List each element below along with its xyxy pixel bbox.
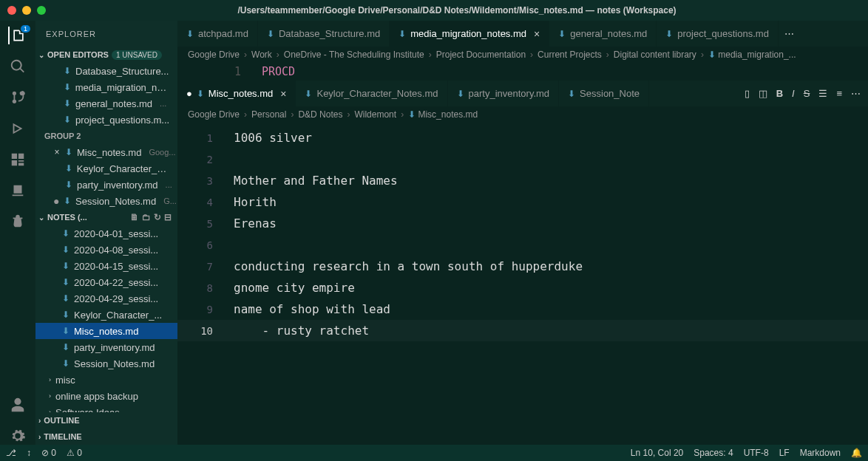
breadcrumb-bottom[interactable]: Google Drive›Personal›D&D Notes›Wildemon… [177, 106, 868, 123]
preview-icon[interactable]: ▯ [745, 88, 750, 99]
errors-count[interactable]: ⊘ 0 [41, 448, 56, 458]
list-icon[interactable]: ☰ [818, 88, 827, 99]
editor-tab[interactable]: ●⬇Misc_notes.md× [177, 81, 296, 106]
editor-tab[interactable]: ⬇general_notes.md [549, 21, 657, 47]
chevron-down-icon: ⌄ [38, 51, 44, 59]
open-editor-item[interactable]: ⬇project_questions.m... [35, 112, 177, 128]
more-icon[interactable]: ⋯ [851, 88, 861, 99]
code-line[interactable]: 9name of shop with lead [177, 298, 868, 320]
italic-icon[interactable]: I [792, 88, 795, 99]
file-tree-item[interactable]: ⬇2020-04-01_sessi... [35, 225, 177, 242]
refresh-icon[interactable]: ↻ [154, 212, 161, 222]
warnings-count[interactable]: ⚠ 0 [67, 448, 82, 458]
breadcrumb-item[interactable]: Google Drive [188, 49, 240, 60]
strike-icon[interactable]: S [804, 88, 810, 99]
new-folder-icon[interactable]: 🗀 [142, 212, 151, 222]
breadcrumb-item[interactable]: ⬇ Misc_notes.md [408, 109, 478, 120]
outline-header[interactable]: › OUTLINE [35, 412, 177, 428]
breadcrumb-item[interactable]: Project Documentation [436, 49, 526, 60]
editor-tab[interactable]: ⬇Database_Structure.md [258, 21, 390, 47]
breadcrumb-item[interactable]: ⬇ media_migration_... [708, 49, 796, 60]
open-editor-item[interactable]: ⬇media_migration_not... [35, 79, 177, 95]
editor-tab[interactable]: ⬇Session_Note [559, 81, 649, 106]
code-line[interactable]: 6 [177, 234, 868, 256]
chevron-down-icon: ⌄ [38, 214, 44, 222]
folder-tree-item[interactable]: ›misc [35, 372, 177, 388]
code-line[interactable]: 8gnome city empire [177, 277, 868, 298]
code-line[interactable]: 11006 silver [177, 127, 868, 148]
file-tree-item[interactable]: ⬇2020-04-22_sessi... [35, 274, 177, 290]
run-icon[interactable] [9, 120, 27, 137]
minimize-icon[interactable] [22, 6, 31, 15]
branch-icon[interactable]: ⎇ [6, 448, 16, 458]
file-tree-item[interactable]: ⬇Misc_notes.md [35, 323, 177, 339]
editor-tab[interactable]: ⬇Keylor_Character_Notes.md [296, 81, 447, 106]
section-actions: 🗎 🗀 ↻ ⊟ [130, 212, 172, 222]
timeline-header[interactable]: › TIMELINE [35, 428, 177, 445]
remote-icon[interactable] [9, 182, 27, 199]
open-editor-item[interactable]: ⬇Database_Structure... [35, 63, 177, 79]
accounts-icon[interactable] [9, 396, 27, 414]
file-tree-item[interactable]: ⬇Keylor_Character_... [35, 307, 177, 323]
extensions-icon[interactable] [9, 151, 27, 168]
editor-tab[interactable]: ⬇project_questions.md [657, 21, 779, 47]
breadcrumb-item[interactable]: D&D Notes [298, 109, 342, 120]
bold-icon[interactable]: B [776, 88, 783, 99]
numbered-list-icon[interactable]: ≡ [836, 88, 842, 99]
file-tree-item[interactable]: ⬇2020-04-08_sessi... [35, 242, 177, 258]
folder-tree-item[interactable]: ›online apps backup [35, 388, 177, 404]
timeline-label: TIMELINE [44, 432, 81, 441]
breadcrumb-item[interactable]: Work [251, 49, 272, 60]
indent-spaces[interactable]: Spaces: 4 [694, 448, 733, 458]
activity-bar [0, 21, 35, 445]
editor-tab[interactable]: ⬇media_migration_notes.md× [390, 21, 549, 47]
source-control-icon[interactable] [9, 89, 27, 106]
tabs-overflow-icon[interactable]: ⋯ [779, 21, 800, 47]
language-mode[interactable]: Markdown [800, 448, 841, 458]
search-icon[interactable] [9, 58, 27, 75]
open-editor-item[interactable]: ●⬇Session_Notes.mdG... [35, 193, 177, 209]
split-icon[interactable]: ◫ [759, 88, 767, 99]
code-line[interactable]: 5Erenas [177, 213, 868, 234]
maximize-icon[interactable] [37, 6, 46, 15]
open-editor-item[interactable]: ⬇party_inventory.md... [35, 177, 177, 193]
breadcrumb-item[interactable]: Personal [251, 109, 286, 120]
file-tree-item[interactable]: ⬇2020-04-29_sessi... [35, 290, 177, 307]
editor-tab[interactable]: ⬇atchpad.md [177, 21, 258, 47]
notes-section-header[interactable]: ⌄ NOTES (... 🗎 🗀 ↻ ⊟ [35, 209, 177, 225]
editor-content[interactable]: 11006 silver23Mother and Father Names4Ho… [177, 123, 868, 445]
breadcrumb-top[interactable]: Google Drive›Work›OneDrive - The Schedul… [177, 47, 868, 63]
encoding[interactable]: UTF-8 [744, 448, 769, 458]
code-line[interactable]: 4Horith [177, 191, 868, 213]
file-tree-item[interactable]: ⬇party_inventory.md [35, 339, 177, 355]
bell-icon[interactable]: 🔔 [851, 448, 862, 458]
explorer-icon[interactable] [8, 27, 26, 44]
file-tree-item[interactable]: ⬇Session_Notes.md [35, 355, 177, 372]
open-editors-header[interactable]: ⌄ OPEN EDITORS 1 UNSAVED [35, 47, 177, 63]
settings-icon[interactable] [9, 427, 27, 445]
new-file-icon[interactable]: 🗎 [130, 212, 139, 222]
breadcrumb-item[interactable]: Current Projects [538, 49, 602, 60]
collapse-icon[interactable]: ⊟ [164, 212, 172, 222]
code-line[interactable]: 3Mother and Father Names [177, 170, 868, 191]
open-editor-item[interactable]: ⬇general_notes.md... [35, 95, 177, 112]
breadcrumb-item[interactable]: Wildemont [354, 109, 396, 120]
test-icon[interactable] [9, 213, 27, 230]
open-editor-item[interactable]: ⬇Keylor_Character_N... [35, 160, 177, 177]
editor-tab[interactable]: ⬇party_inventory.md [448, 81, 560, 106]
folder-tree-item[interactable]: ›Software Ideas [35, 404, 177, 412]
breadcrumb-item[interactable]: Digital content library [614, 49, 696, 60]
sidebar: EXPLORER ⌄ OPEN EDITORS 1 UNSAVED ⬇Datab… [35, 21, 177, 445]
breadcrumb-item[interactable]: Google Drive [188, 109, 240, 120]
sync-icon[interactable]: ↕ [27, 448, 31, 458]
eol[interactable]: LF [779, 448, 790, 458]
file-tree-item[interactable]: ⬇2020-04-15_sessi... [35, 258, 177, 274]
code-line[interactable]: 2 [177, 148, 868, 170]
cursor-position[interactable]: Ln 10, Col 20 [631, 448, 683, 458]
breadcrumb-item[interactable]: OneDrive - The Scheduling Institute [284, 49, 424, 60]
open-editor-item[interactable]: ×⬇Misc_notes.mdGoog... [35, 144, 177, 160]
close-icon[interactable] [7, 6, 16, 15]
window-controls [7, 6, 46, 15]
code-line[interactable]: 7conducting research in a town south of … [177, 256, 868, 277]
code-line[interactable]: 10 - rusty ratchet [177, 320, 868, 341]
